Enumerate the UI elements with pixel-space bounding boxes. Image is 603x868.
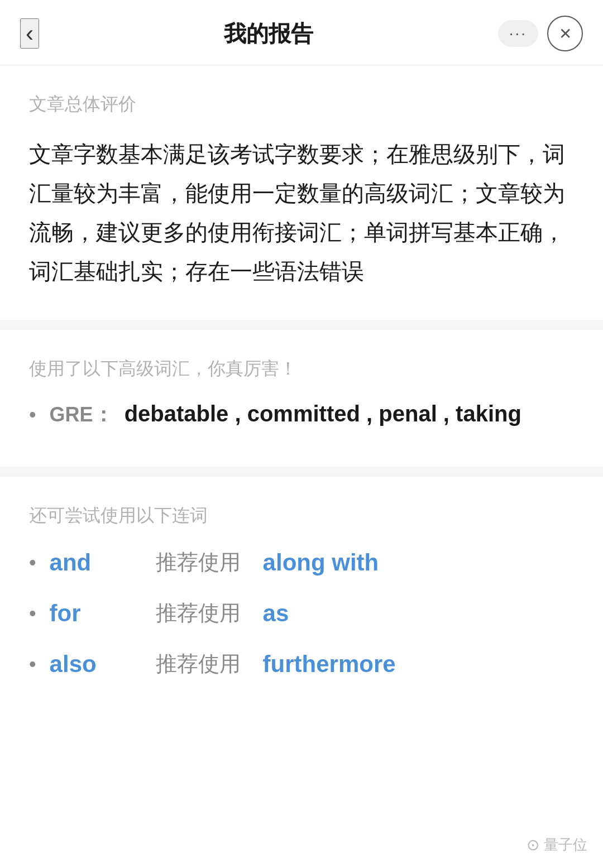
bullet-icon: • [29,405,36,425]
vocab-section: 使用了以下高级词汇，你真厉害！ • GRE： debatable , commi… [0,330,603,467]
conj-recommend-1: 推荐使用 [156,548,241,577]
section-divider-1 [0,320,603,330]
bullet-icon-2: • [29,603,36,624]
bullet-icon-1: • [29,553,36,573]
more-button[interactable]: ··· [498,20,538,47]
conj-replacement-1: along with [263,549,379,576]
conj-replacement-3: furthermore [263,651,396,678]
conjunction-item-1: • and 推荐使用 along with [29,548,574,577]
overall-section-body: 文章字数基本满足该考试字数要求；在雅思级别下，词汇量较为丰富，能使用一定数量的高… [29,135,574,291]
nav-bar: ‹ 我的报告 ··· ✕ [0,0,603,65]
vocab-label: GRE： [50,401,113,429]
bullet-icon-3: • [29,654,36,674]
conj-recommend-2: 推荐使用 [156,599,241,627]
conjunction-item-3: • also 推荐使用 furthermore [29,650,574,678]
section-divider-2 [0,467,603,477]
vocab-section-title: 使用了以下高级词汇，你真厉害！ [29,357,574,381]
page-title: 我的报告 [39,18,498,49]
back-button[interactable]: ‹ [20,18,39,49]
watermark-icon: ⊙ [527,836,539,854]
conjunction-section: 还可尝试使用以下连词 • and 推荐使用 along with • for 推… [0,477,603,730]
overall-section-title: 文章总体评价 [29,92,574,117]
nav-actions: ··· ✕ [498,16,583,51]
close-button[interactable]: ✕ [547,16,583,51]
watermark: ⊙ 量子位 [527,835,587,855]
conj-original-2: for [50,600,133,627]
vocab-words: debatable , committed , penal , taking [125,401,521,426]
conjunction-section-title: 还可尝试使用以下连词 [29,503,574,528]
conjunction-item-2: • for 推荐使用 as [29,599,574,627]
watermark-text: 量子位 [544,835,587,855]
vocab-item: • GRE： debatable , committed , penal , t… [29,401,574,429]
conj-original-1: and [50,549,133,576]
conj-replacement-2: as [263,600,289,627]
conj-original-3: also [50,651,133,678]
conj-recommend-3: 推荐使用 [156,650,241,678]
overall-section: 文章总体评价 文章字数基本满足该考试字数要求；在雅思级别下，词汇量较为丰富，能使… [0,65,603,320]
